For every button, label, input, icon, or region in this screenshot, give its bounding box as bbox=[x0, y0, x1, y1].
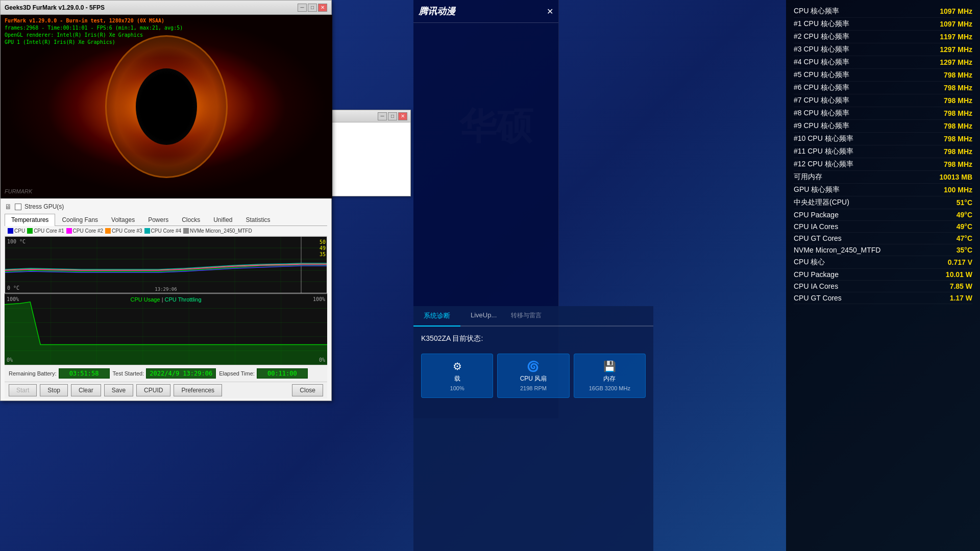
legend-nvme-label: NVMe Micron_2450_MTFD bbox=[190, 228, 252, 234]
minimize-button[interactable]: ─ bbox=[298, 4, 307, 12]
legend-core4-checkbox[interactable] bbox=[144, 228, 150, 234]
legend-core1-checkbox[interactable] bbox=[27, 228, 33, 234]
diag-tab-liveup[interactable]: LiveUp... bbox=[460, 306, 507, 325]
buttons-row: Remaining Battery: 03:51:58 Test Started… bbox=[5, 365, 327, 382]
legend-cpu-label: CPU bbox=[14, 228, 25, 234]
diag-btn-load[interactable]: ⚙ 载 100% bbox=[421, 354, 493, 398]
stat-label: #8 CPU 核心频率 bbox=[794, 109, 849, 118]
stat-label: #12 CPU 核心频率 bbox=[794, 160, 853, 169]
clear-button[interactable]: Clear bbox=[71, 384, 101, 396]
stat-value: 798 MHz bbox=[944, 96, 972, 105]
legend-core2-checkbox[interactable] bbox=[66, 228, 72, 234]
stat-value: 798 MHz bbox=[944, 71, 972, 79]
cpu-min-left: 0% bbox=[7, 357, 13, 363]
stat-row: #2 CPU 核心频率1197 MHz bbox=[794, 31, 972, 43]
stress-checkbox[interactable] bbox=[15, 204, 21, 210]
overlay-line-3: OpenGL renderer: Intel(R) Iris(R) Xe Gra… bbox=[5, 32, 183, 39]
legend-core3-checkbox[interactable] bbox=[105, 228, 111, 234]
stat-row: #12 CPU 核心频率798 MHz bbox=[794, 158, 972, 171]
tab-statistics[interactable]: Statistics bbox=[239, 214, 277, 226]
memory-label: 内存 bbox=[578, 374, 641, 383]
furmark-render-area: FurMark v1.29.0.0 - Burn-in test, 1280x7… bbox=[1, 15, 332, 198]
elapsed-time-label: Elapsed Time: bbox=[219, 370, 255, 377]
temp-chart-container: 100 °C 0 °C bbox=[5, 236, 327, 293]
stat-row: GPU 核心频率100 MHz bbox=[794, 184, 972, 196]
save-button[interactable]: Save bbox=[104, 384, 133, 396]
load-label: 载 bbox=[426, 374, 488, 383]
stat-label: CPU IA Cores bbox=[794, 222, 838, 231]
legend-cpu-checkbox[interactable] bbox=[8, 228, 13, 234]
memory-icon: 💾 bbox=[578, 360, 641, 372]
stat-value: 798 MHz bbox=[944, 109, 972, 117]
cpu-chart-title: CPU Usage | CPU Throttling bbox=[131, 296, 202, 303]
temp-val-50: 50 bbox=[320, 239, 326, 245]
stat-label: CPU 核心频率 bbox=[794, 7, 839, 16]
tencent-close-icon[interactable]: ✕ bbox=[547, 7, 553, 16]
temp-max-label: 100 °C bbox=[7, 239, 26, 244]
temp-value-labels: 50 49 35 bbox=[320, 239, 326, 258]
sec-minimize-button[interactable]: ─ bbox=[378, 112, 387, 120]
stat-row: #8 CPU 核心频率798 MHz bbox=[794, 107, 972, 120]
legend-core3-label: CPU Core #3 bbox=[112, 228, 142, 234]
legend-nvme-checkbox[interactable] bbox=[183, 228, 189, 234]
eye-pupil bbox=[136, 68, 197, 145]
stress-label: Stress GPU(s) bbox=[24, 203, 64, 210]
legend-core2: CPU Core #2 bbox=[66, 228, 103, 234]
diag-btn-fan[interactable]: 🌀 CPU 风扇 2198 RPM bbox=[497, 354, 569, 398]
diag-content: K3502ZA 目前状态: ⚙ 载 100% 🌀 CPU 风扇 2198 RPM… bbox=[413, 327, 653, 406]
close-window-button[interactable]: ✕ bbox=[318, 4, 327, 12]
stat-value: 798 MHz bbox=[944, 147, 972, 156]
start-button: Start bbox=[9, 384, 37, 396]
tabs-row: Temperatures Cooling Fans Voltages Power… bbox=[5, 214, 327, 226]
stat-label: CPU 核心 bbox=[794, 258, 825, 267]
tab-clocks[interactable]: Clocks bbox=[175, 214, 207, 226]
memory-value: 16GB 3200 MHz bbox=[578, 385, 641, 391]
stat-label: #10 CPU 核心频率 bbox=[794, 134, 853, 143]
stat-row: #5 CPU 核心频率798 MHz bbox=[794, 69, 972, 82]
tab-unified[interactable]: Unified bbox=[207, 214, 239, 226]
stat-value: 47°C bbox=[957, 234, 972, 242]
stat-value: 100 MHz bbox=[944, 186, 972, 194]
load-value: 100% bbox=[426, 385, 488, 391]
tab-voltages[interactable]: Voltages bbox=[105, 214, 141, 226]
tab-powers[interactable]: Powers bbox=[141, 214, 175, 226]
temp-val-49: 49 bbox=[320, 245, 326, 252]
stat-row: CPU GT Cores47°C bbox=[794, 233, 972, 244]
furmark-title: Geeks3D FurMark v1.29.0.0 - 5FPS bbox=[5, 4, 105, 11]
diag-tab-system[interactable]: 系统诊断 bbox=[413, 306, 460, 327]
remaining-battery-field: Remaining Battery: 03:51:58 bbox=[9, 368, 110, 379]
legend-core1: CPU Core #1 bbox=[27, 228, 64, 234]
fan-value: 2198 RPM bbox=[502, 385, 565, 391]
tencent-logo-area: 腾讯动漫 ✕ bbox=[413, 0, 558, 23]
stat-value: 0.717 V bbox=[948, 258, 972, 266]
sec-close-button[interactable]: ✕ bbox=[398, 112, 407, 120]
preferences-button[interactable]: Preferences bbox=[174, 384, 222, 396]
stat-row: #9 CPU 核心频率798 MHz bbox=[794, 120, 972, 133]
diag-tabs: 系统诊断 LiveUp... 转移与雷言 bbox=[413, 306, 653, 327]
tab-temperatures[interactable]: Temperatures bbox=[5, 214, 55, 226]
tab-cooling-fans[interactable]: Cooling Fans bbox=[55, 214, 105, 226]
legend-row: CPU CPU Core #1 CPU Core #2 CPU Core #3 … bbox=[5, 226, 327, 236]
cpuid-button[interactable]: CPUID bbox=[136, 384, 170, 396]
stat-label: CPU IA Cores bbox=[794, 282, 838, 290]
fan-icon: 🌀 bbox=[502, 360, 565, 372]
sec-maximize-button[interactable]: □ bbox=[388, 112, 397, 120]
tencent-logo: 腾讯动漫 bbox=[419, 5, 455, 17]
cpu-chart-svg bbox=[5, 294, 327, 365]
close-button[interactable]: Close bbox=[292, 384, 323, 396]
test-started-value: 2022/4/9 13:29:06 bbox=[146, 368, 216, 379]
stat-row: CPU GT Cores1.17 W bbox=[794, 292, 972, 304]
action-buttons-row: Start Stop Clear Save CPUID Preferences … bbox=[5, 382, 327, 398]
maximize-button[interactable]: □ bbox=[308, 4, 317, 12]
stat-row: #4 CPU 核心频率1297 MHz bbox=[794, 56, 972, 69]
stop-button[interactable]: Stop bbox=[40, 384, 68, 396]
stat-row: NVMe Micron_2450_MTFD35°C bbox=[794, 244, 972, 256]
stat-row: 中央处理器(CPU)51°C bbox=[794, 196, 972, 209]
cpu-usage-label: CPU Usage bbox=[131, 296, 160, 303]
cpu-min-right: 0% bbox=[319, 357, 325, 363]
diag-btn-memory[interactable]: 💾 内存 16GB 3200 MHz bbox=[574, 354, 646, 398]
stat-value: 1297 MHz bbox=[940, 58, 972, 66]
legend-nvme: NVMe Micron_2450_MTFD bbox=[183, 228, 252, 234]
cpu-chart: CPU Usage | CPU Throttling 100% 0% 100% … bbox=[5, 293, 327, 365]
stat-value: 49°C bbox=[957, 211, 972, 219]
